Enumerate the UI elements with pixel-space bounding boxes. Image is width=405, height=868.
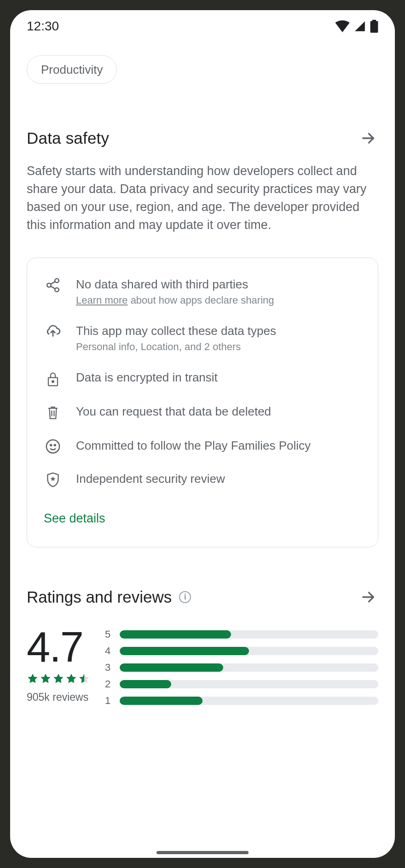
data-safety-card: No data shared with third parties Learn … bbox=[27, 258, 378, 547]
svg-point-9 bbox=[54, 445, 56, 446]
rating-bar-label: 1 bbox=[104, 695, 111, 707]
category-chip[interactable]: Productivity bbox=[27, 55, 117, 84]
svg-point-6 bbox=[52, 381, 54, 382]
data-safety-item: Committed to follow the Play Families Po… bbox=[44, 438, 361, 454]
ratings-title: Ratings and reviews bbox=[27, 588, 172, 606]
star-icon bbox=[52, 673, 64, 685]
svg-line-4 bbox=[51, 286, 55, 289]
data-safety-item-title: Committed to follow the Play Families Po… bbox=[76, 438, 311, 454]
category-chip-label: Productivity bbox=[41, 63, 103, 77]
data-safety-item-title: Independent security review bbox=[76, 471, 225, 487]
data-safety-item-title: This app may collect these data types bbox=[76, 323, 276, 339]
rating-bars: 54321 bbox=[104, 626, 378, 711]
trash-icon bbox=[44, 404, 62, 421]
rating-bar-row: 5 bbox=[104, 628, 378, 640]
svg-point-0 bbox=[55, 278, 59, 282]
data-safety-item: You can request that data be deleted bbox=[44, 404, 361, 421]
rating-bar-row: 3 bbox=[104, 662, 378, 674]
svg-line-3 bbox=[51, 282, 55, 284]
status-bar: 12:30 bbox=[10, 10, 395, 42]
rating-bar-track bbox=[120, 630, 378, 639]
nav-indicator bbox=[156, 851, 249, 854]
cloud-upload-icon bbox=[44, 323, 62, 353]
rating-stars bbox=[27, 673, 90, 685]
status-time: 12:30 bbox=[27, 19, 59, 34]
review-count: 905k reviews bbox=[27, 691, 90, 704]
rating-bar-track bbox=[120, 697, 378, 705]
rating-bar-fill bbox=[120, 630, 231, 639]
cell-signal-icon bbox=[353, 20, 366, 32]
data-safety-item: This app may collect these data types Pe… bbox=[44, 323, 361, 353]
data-safety-item: Independent security review bbox=[44, 471, 361, 488]
arrow-right-icon[interactable] bbox=[358, 128, 378, 148]
data-safety-header[interactable]: Data safety bbox=[27, 128, 378, 148]
data-safety-item-title: No data shared with third parties bbox=[76, 276, 274, 293]
rating-bar-track bbox=[120, 663, 378, 672]
shield-star-icon bbox=[44, 471, 62, 488]
svg-point-1 bbox=[47, 283, 51, 287]
star-icon bbox=[65, 673, 77, 685]
rating-bar-track bbox=[120, 680, 378, 688]
data-safety-title: Data safety bbox=[27, 129, 109, 147]
rating-bar-label: 2 bbox=[104, 678, 111, 690]
smiley-icon bbox=[44, 438, 62, 454]
rating-bar-fill bbox=[120, 647, 249, 655]
info-icon[interactable]: i bbox=[179, 591, 191, 603]
data-safety-item-title: You can request that data be deleted bbox=[76, 404, 271, 420]
rating-bar-row: 1 bbox=[104, 695, 378, 707]
rating-bar-fill bbox=[120, 680, 171, 688]
rating-bar-fill bbox=[120, 697, 202, 705]
arrow-right-icon[interactable] bbox=[358, 587, 378, 607]
data-safety-item-title: Data is encrypted in transit bbox=[76, 369, 218, 386]
svg-point-8 bbox=[50, 445, 52, 446]
battery-icon bbox=[370, 20, 378, 33]
rating-bar-label: 5 bbox=[104, 628, 111, 640]
learn-more-link[interactable]: Learn more bbox=[76, 294, 128, 306]
ratings-summary: 4.7 905k reviews bbox=[27, 626, 90, 704]
rating-bar-track bbox=[120, 647, 378, 655]
data-safety-item-subtitle: Personal info, Location, and 2 others bbox=[76, 341, 276, 353]
lock-icon bbox=[44, 369, 62, 387]
rating-bar-label: 3 bbox=[104, 662, 111, 674]
rating-score: 4.7 bbox=[27, 626, 90, 668]
share-icon bbox=[44, 276, 62, 306]
rating-bar-fill bbox=[120, 663, 223, 672]
wifi-icon bbox=[335, 20, 350, 32]
data-safety-item-subtitle-tail: about how apps declare sharing bbox=[128, 294, 274, 306]
rating-bar-label: 4 bbox=[104, 645, 111, 657]
svg-point-7 bbox=[46, 440, 59, 453]
data-safety-description: Safety starts with understanding how dev… bbox=[27, 162, 378, 235]
ratings-header[interactable]: Ratings and reviews i bbox=[27, 587, 378, 607]
see-details-link[interactable]: See details bbox=[44, 511, 361, 526]
rating-bar-row: 4 bbox=[104, 645, 378, 657]
status-icons bbox=[335, 20, 378, 33]
star-icon bbox=[40, 673, 52, 685]
data-safety-item: Data is encrypted in transit bbox=[44, 369, 361, 387]
star-icon bbox=[27, 673, 39, 685]
svg-point-2 bbox=[55, 287, 59, 292]
ratings-body: 4.7 905k reviews 54321 bbox=[27, 626, 378, 711]
star-icon bbox=[78, 673, 90, 685]
data-safety-item: No data shared with third parties Learn … bbox=[44, 276, 361, 306]
rating-bar-row: 2 bbox=[104, 678, 378, 690]
